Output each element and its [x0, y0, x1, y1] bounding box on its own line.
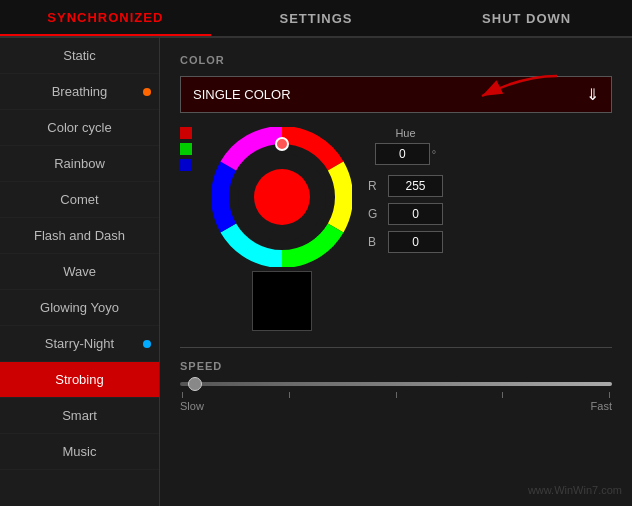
tick-2	[289, 392, 290, 398]
speed-label: SPEED	[180, 360, 612, 372]
rgb-g-label: G	[368, 207, 382, 221]
swatch-blue[interactable]	[180, 159, 192, 171]
tick-5	[609, 392, 610, 398]
sidebar-item-color-cycle[interactable]: Color cycle	[0, 110, 159, 146]
hue-input[interactable]	[375, 143, 430, 165]
slider-labels: Slow Fast	[180, 400, 612, 412]
color-dropdown[interactable]: SINGLE COLOR ⇓	[180, 76, 612, 113]
swatch-green[interactable]	[180, 143, 192, 155]
speed-slow-label: Slow	[180, 400, 204, 412]
dropdown-arrow-icon: ⇓	[586, 85, 599, 104]
slider-ticks	[180, 392, 612, 398]
speed-slider-container: Slow Fast	[180, 382, 612, 412]
speed-slider-track[interactable]	[180, 382, 612, 386]
speed-fast-label: Fast	[591, 400, 612, 412]
sidebar-dot-starry-night	[143, 340, 151, 348]
color-swatches	[180, 127, 192, 171]
hue-degree: °	[432, 148, 436, 160]
sidebar-item-glowing-yoyo[interactable]: Glowing Yoyo	[0, 290, 159, 326]
sidebar-item-smart[interactable]: Smart	[0, 398, 159, 434]
color-dropdown-label: SINGLE COLOR	[193, 87, 291, 102]
rgb-g-input[interactable]	[388, 203, 443, 225]
rgb-r-label: R	[368, 179, 382, 193]
rgb-b-label: B	[368, 235, 382, 249]
sidebar-item-rainbow[interactable]: Rainbow	[0, 146, 159, 182]
watermark: www.WinWin7.com	[528, 484, 622, 496]
tick-4	[502, 392, 503, 398]
rgb-section: R G B	[368, 175, 443, 253]
svg-point-3	[254, 169, 310, 225]
sidebar-item-flash-and-dash[interactable]: Flash and Dash	[0, 218, 159, 254]
right-panel: Hue ° R G B	[368, 127, 443, 253]
tab-settings[interactable]: SETTINGS	[211, 0, 422, 36]
rgb-r-input[interactable]	[388, 175, 443, 197]
sidebar: Static Breathing Color cycle Rainbow Com…	[0, 38, 160, 506]
tab-shutdown[interactable]: SHUT DOWN	[421, 0, 632, 36]
speed-slider-thumb[interactable]	[188, 377, 202, 391]
sidebar-item-starry-night[interactable]: Starry-Night	[0, 326, 159, 362]
sidebar-item-strobing[interactable]: Strobing	[0, 362, 159, 398]
tick-1	[182, 392, 183, 398]
speed-section: SPEED Slow Fast	[180, 360, 612, 412]
svg-point-4	[276, 138, 288, 150]
rgb-b-row: B	[368, 231, 443, 253]
rgb-g-row: G	[368, 203, 443, 225]
main-layout: Static Breathing Color cycle Rainbow Com…	[0, 38, 632, 506]
swatch-red[interactable]	[180, 127, 192, 139]
content-area: COLOR SINGLE COLOR ⇓	[160, 38, 632, 506]
tab-synchronized[interactable]: SYNCHRONIZED	[0, 0, 211, 36]
sidebar-item-music[interactable]: Music	[0, 434, 159, 470]
sidebar-item-comet[interactable]: Comet	[0, 182, 159, 218]
color-preview	[252, 271, 312, 331]
top-tabs: SYNCHRONIZED SETTINGS SHUT DOWN	[0, 0, 632, 38]
hue-section: Hue °	[368, 127, 443, 165]
hue-label: Hue	[395, 127, 415, 139]
section-divider	[180, 347, 612, 348]
sidebar-item-breathing[interactable]: Breathing	[0, 74, 159, 110]
color-section-label: COLOR	[180, 54, 612, 66]
color-picker-area: Hue ° R G B	[180, 127, 612, 331]
rgb-r-row: R	[368, 175, 443, 197]
sidebar-item-wave[interactable]: Wave	[0, 254, 159, 290]
sidebar-item-static[interactable]: Static	[0, 38, 159, 74]
color-wheel[interactable]	[212, 127, 352, 267]
tick-3	[396, 392, 397, 398]
rgb-b-input[interactable]	[388, 231, 443, 253]
sidebar-dot-breathing	[143, 88, 151, 96]
